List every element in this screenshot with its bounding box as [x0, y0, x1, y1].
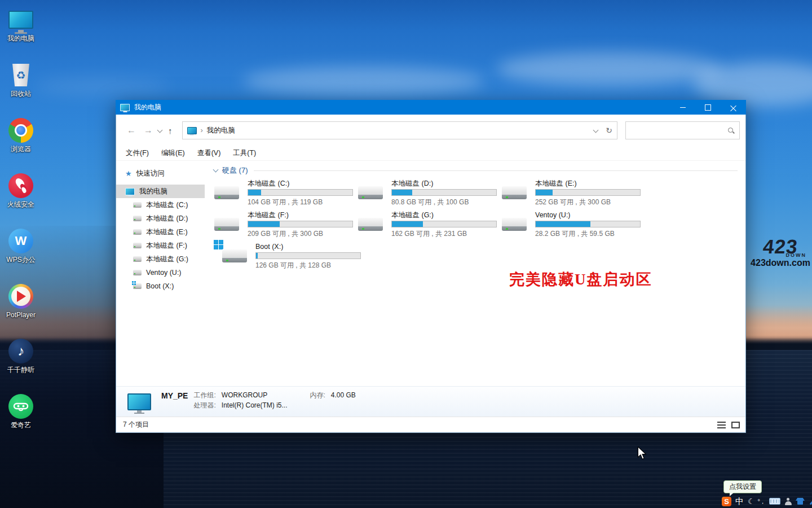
423down-watermark: 423 DOWN 423down.com	[749, 238, 812, 268]
nav-item-drive-g[interactable]: 本地磁盘 (G:)	[116, 252, 205, 266]
music-player-icon: ♪	[8, 338, 34, 364]
windows-boot-drive-icon	[222, 244, 248, 267]
soft-keyboard-icon[interactable]	[769, 498, 780, 505]
capacity-bar	[535, 221, 641, 227]
desktop-icon-my-computer[interactable]: 我的电脑	[0, 7, 42, 42]
drive-icon	[133, 202, 142, 208]
capacity-bar	[255, 252, 361, 259]
thumbnail-view-icon[interactable]	[731, 422, 740, 428]
desktop-icon-ttplayer[interactable]: ♪ 千千静听	[0, 338, 42, 374]
computer-large-icon	[127, 393, 151, 410]
refresh-icon[interactable]: ↻	[606, 126, 612, 135]
account-icon[interactable]	[785, 498, 792, 505]
nav-item-drive-c[interactable]: 本地磁盘 (C:)	[116, 198, 205, 212]
drive-icon	[133, 243, 142, 248]
search-box[interactable]	[625, 121, 740, 139]
desktop-icon-label: 我的电脑	[0, 35, 42, 42]
navigation-pane: ★ 快速访问 我的电脑 本地磁盘 (C:) 本地磁盘 (D:) 本地磁盘 (E:…	[116, 161, 205, 386]
hard-drive-icon	[358, 181, 383, 204]
search-input[interactable]	[630, 126, 727, 135]
drive-tile-c[interactable]: 本地磁盘 (C:) 104 GB 可用 , 共 119 GB	[214, 179, 358, 211]
nav-item-drive-d[interactable]: 本地磁盘 (D:)	[116, 212, 205, 225]
group-header-rule	[254, 170, 738, 171]
red-watermark-text: 完美隐藏U盘启动区	[509, 269, 652, 290]
computer-name: MY_PE	[161, 391, 188, 400]
nav-item-drive-ventoy[interactable]: Ventoy (U:)	[116, 266, 205, 279]
drive-tile-e[interactable]: 本地磁盘 (E:) 252 GB 可用 , 共 300 GB	[501, 179, 645, 211]
sogou-icon[interactable]: S	[722, 497, 731, 506]
back-button[interactable]: ←	[123, 125, 140, 135]
address-dropdown-icon[interactable]	[593, 127, 599, 133]
skin-icon[interactable]	[796, 498, 805, 505]
close-button[interactable]	[721, 100, 746, 115]
windows-flag-icon	[214, 240, 223, 249]
desktop-icon-label: 回收站	[0, 90, 42, 98]
fullwidth-moon-icon[interactable]: ☾	[748, 497, 755, 506]
file-list-area: 硬盘 (7) 本地磁盘 (C:) 104 GB 可用 , 共 119 GB 本地…	[205, 161, 745, 386]
menu-tools[interactable]: 工具(T)	[227, 148, 262, 158]
huorong-security-icon	[8, 173, 34, 199]
menu-bar: 文件(F) 编辑(E) 查看(V) 工具(T)	[116, 146, 745, 161]
desktop-icon-label: WPS办公	[0, 256, 42, 264]
search-icon[interactable]	[727, 127, 735, 134]
cpu-value: Intel(R) Core(TM) i5...	[222, 400, 310, 410]
drive-tile-f[interactable]: 本地磁盘 (F:) 209 GB 可用 , 共 300 GB	[214, 211, 358, 242]
desktop-icon-wps[interactable]: W WPS办公	[0, 228, 42, 264]
recycle-bin-icon: ♻	[8, 62, 34, 88]
maximize-button[interactable]	[695, 100, 721, 115]
drive-grid: 本地磁盘 (C:) 104 GB 可用 , 共 119 GB 本地磁盘 (D:)…	[214, 179, 738, 274]
capacity-bar	[248, 189, 353, 196]
ime-tooltip[interactable]: 点我设置	[723, 480, 762, 493]
hard-drive-icon	[214, 213, 240, 235]
hard-drive-icon	[501, 181, 527, 204]
item-count: 7 个项目	[123, 420, 712, 430]
drive-tile-boot[interactable]: Boot (X:) 126 GB 可用 , 共 128 GB	[214, 242, 358, 274]
drive-tile-d[interactable]: 本地磁盘 (D:) 80.8 GB 可用 , 共 100 GB	[358, 179, 501, 211]
title-bar[interactable]: 我的电脑	[116, 100, 746, 115]
address-bar[interactable]: › 我的电脑 ↻	[182, 121, 618, 139]
nav-item-drive-f[interactable]: 本地磁盘 (F:)	[116, 239, 205, 252]
desktop-icon-recycle-bin[interactable]: ♻ 回收站	[0, 62, 42, 98]
nav-item-drive-boot[interactable]: Boot (X:)	[116, 279, 205, 293]
forward-button[interactable]: →	[140, 125, 157, 135]
logo-site: 423down.com	[749, 258, 812, 268]
drive-tile-ventoy[interactable]: Ventoy (U:) 28.2 GB 可用 , 共 59.5 GB	[501, 211, 645, 242]
computer-icon	[125, 188, 135, 195]
punctuation-mode-icon[interactable]: °，	[758, 497, 765, 506]
breadcrumb-separator: ›	[201, 126, 203, 134]
cloud	[496, 52, 722, 86]
details-pane: MY_PE 工作组: WORKGROUP 内存: 4.00 GB 处理器: In…	[116, 386, 745, 417]
capacity-bar	[248, 221, 353, 227]
desktop-icon-browser[interactable]: 浏览器	[0, 117, 42, 153]
hard-drive-icon	[214, 181, 240, 204]
menu-edit[interactable]: 编辑(E)	[155, 148, 191, 158]
desktop-icon-potplayer[interactable]: PotPlayer	[0, 283, 42, 319]
windows-drive-icon	[133, 283, 142, 289]
desktop-icon-iqiyi[interactable]: 爱奇艺	[0, 393, 42, 429]
potplayer-icon	[8, 283, 34, 309]
hard-drive-icon	[501, 213, 527, 235]
window-icon	[120, 104, 130, 111]
iqiyi-icon	[8, 393, 34, 419]
chinese-mode-icon[interactable]: 中	[735, 496, 744, 507]
drive-icon	[133, 256, 142, 262]
collapse-chevron-icon[interactable]	[213, 167, 219, 173]
nav-item-quick-access[interactable]: ★ 快速访问	[116, 167, 205, 180]
up-button[interactable]: ↑	[164, 126, 176, 135]
breadcrumb[interactable]: 我的电脑	[207, 126, 593, 135]
drive-tile-g[interactable]: 本地磁盘 (G:) 162 GB 可用 , 共 231 GB	[358, 211, 501, 242]
settings-wrench-icon[interactable]	[807, 496, 812, 507]
wps-office-icon: W	[8, 228, 34, 254]
history-dropdown-icon[interactable]	[157, 127, 163, 133]
hard-drive-icon	[358, 213, 383, 235]
menu-file[interactable]: 文件(F)	[120, 148, 155, 158]
list-view-icon[interactable]	[717, 422, 726, 428]
menu-view[interactable]: 查看(V)	[191, 148, 227, 158]
drive-icon	[133, 270, 142, 275]
nav-item-drive-e[interactable]: 本地磁盘 (E:)	[116, 225, 205, 239]
nav-item-my-computer[interactable]: 我的电脑	[116, 185, 205, 198]
explorer-window: 我的电脑 ← → ↑ › 我的电脑 ↻ 文件(F) 编辑(E) 查看(V) 工具…	[116, 100, 746, 433]
desktop-icon-huorong[interactable]: 火绒安全	[0, 173, 42, 208]
group-header-hard-disks[interactable]: 硬盘 (7)	[214, 164, 738, 177]
minimize-button[interactable]	[670, 100, 695, 115]
